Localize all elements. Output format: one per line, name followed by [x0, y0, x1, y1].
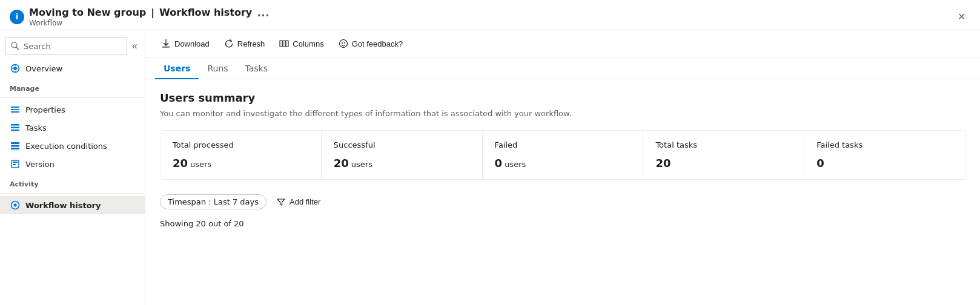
svg-rect-14 — [11, 142, 19, 144]
sidebar-item-overview[interactable]: Overview — [0, 59, 145, 77]
card-total-tasks: Total tasks 20 — [643, 131, 804, 179]
title-separator: | — [151, 7, 154, 18]
download-icon — [161, 39, 171, 48]
card-number: 20 — [655, 157, 670, 169]
card-successful: Successful 20 users — [322, 131, 483, 179]
section-description: You can monitor and investigate the diff… — [160, 109, 965, 118]
svg-rect-11 — [11, 124, 19, 126]
timespan-label: Timespan : Last 7 days — [168, 197, 259, 206]
sidebar-item-label: Tasks — [25, 123, 47, 133]
sidebar-item-label: Workflow history — [25, 201, 101, 210]
card-failed-tasks: Failed tasks 0 — [804, 131, 965, 179]
card-number: 0 — [495, 157, 503, 169]
svg-point-21 — [14, 204, 17, 207]
tab-runs-label: Runs — [207, 64, 228, 73]
card-label: Failed — [495, 140, 631, 149]
columns-button[interactable]: Columns — [273, 35, 329, 52]
sidebar-item-tasks[interactable]: Tasks — [0, 119, 145, 137]
sidebar-item-version[interactable]: Version — [0, 155, 145, 173]
card-label: Total processed — [173, 140, 309, 149]
card-failed: Failed 0 users — [483, 131, 644, 179]
svg-point-28 — [344, 42, 345, 44]
tab-tasks[interactable]: Tasks — [237, 57, 277, 79]
sidebar: Search « Overview Manage — [0, 30, 145, 305]
svg-rect-9 — [11, 109, 19, 110]
download-button[interactable]: Download — [155, 35, 216, 52]
sidebar-item-properties[interactable]: Properties — [0, 100, 145, 119]
page-title: Workflow history — [159, 7, 252, 18]
svg-rect-12 — [11, 127, 19, 129]
version-icon — [10, 159, 21, 169]
add-filter-button[interactable]: Add filter — [271, 195, 325, 209]
search-placeholder: Search — [24, 42, 51, 51]
overview-icon — [10, 63, 21, 74]
tabs-bar: Users Runs Tasks — [145, 57, 980, 79]
svg-point-27 — [342, 42, 343, 44]
card-number: 0 — [816, 157, 824, 169]
title-group: Moving to New group | Workflow history .… — [29, 6, 270, 27]
tab-users[interactable]: Users — [155, 57, 199, 79]
sidebar-search-row: Search « — [0, 35, 145, 59]
sidebar-item-label: Execution conditions — [25, 142, 107, 151]
tab-tasks-label: Tasks — [245, 64, 268, 73]
timespan-filter[interactable]: Timespan : Last 7 days — [160, 194, 267, 209]
sidebar-item-execution[interactable]: Execution conditions — [0, 137, 145, 155]
feedback-button[interactable]: Got feedback? — [333, 35, 409, 52]
card-unit: users — [505, 160, 526, 169]
section-title: Users summary — [160, 91, 965, 104]
feedback-label: Got feedback? — [352, 39, 403, 48]
svg-line-1 — [16, 47, 19, 50]
svg-rect-22 — [162, 47, 170, 48]
card-label: Total tasks — [655, 140, 792, 149]
showing-count: Showing 20 out of 20 — [160, 219, 965, 228]
execution-icon — [10, 140, 21, 151]
summary-cards: Total processed 20 users Successful 20 u… — [160, 130, 965, 180]
card-unit: users — [190, 160, 211, 169]
svg-rect-24 — [283, 41, 285, 47]
activity-divider — [0, 193, 145, 194]
tab-runs[interactable]: Runs — [199, 57, 236, 79]
card-value: 0 users — [495, 157, 631, 169]
svg-rect-19 — [13, 164, 16, 165]
toolbar: Download Refresh Columns — [145, 30, 980, 57]
svg-rect-25 — [286, 41, 288, 47]
workflow-name: Moving to New group — [29, 7, 146, 18]
card-value: 20 users — [173, 157, 309, 169]
search-input[interactable]: Search — [5, 38, 127, 54]
feedback-icon — [339, 39, 348, 48]
download-label: Download — [174, 39, 210, 48]
sidebar-collapse-button[interactable]: « — [130, 38, 140, 54]
more-options-ellipsis[interactable]: ... — [257, 6, 270, 19]
close-button[interactable]: ✕ — [953, 8, 970, 25]
card-total-processed: Total processed 20 users — [161, 131, 322, 179]
content-area: Users summary You can monitor and invest… — [145, 79, 980, 305]
main-content: Download Refresh Columns — [145, 30, 980, 305]
svg-rect-8 — [11, 107, 19, 108]
activity-section-label: Activity — [0, 173, 145, 191]
workflow-history-icon — [10, 200, 21, 211]
title-main: Moving to New group | Workflow history .… — [29, 6, 270, 19]
tasks-icon — [10, 122, 21, 133]
svg-rect-16 — [11, 148, 19, 149]
svg-rect-13 — [11, 130, 19, 131]
sidebar-item-label: Properties — [25, 105, 65, 114]
refresh-button[interactable]: Refresh — [218, 35, 271, 52]
svg-rect-15 — [11, 145, 19, 147]
card-value: 0 — [816, 157, 953, 169]
sidebar-item-label: Version — [25, 160, 55, 169]
svg-rect-10 — [11, 111, 19, 113]
card-label: Failed tasks — [816, 140, 953, 149]
refresh-icon — [224, 39, 234, 48]
sidebar-item-workflow-history[interactable]: Workflow history — [0, 196, 145, 214]
refresh-label: Refresh — [237, 39, 265, 48]
svg-point-3 — [13, 67, 17, 70]
workflow-subtitle: Workflow — [29, 19, 270, 27]
title-bar: i Moving to New group | Workflow history… — [0, 0, 980, 30]
svg-point-0 — [12, 42, 17, 48]
svg-rect-18 — [13, 162, 18, 163]
card-value: 20 users — [334, 157, 470, 169]
card-number: 20 — [173, 157, 188, 169]
manage-divider — [0, 97, 145, 98]
manage-section-label: Manage — [0, 77, 145, 95]
filter-icon — [276, 197, 286, 207]
